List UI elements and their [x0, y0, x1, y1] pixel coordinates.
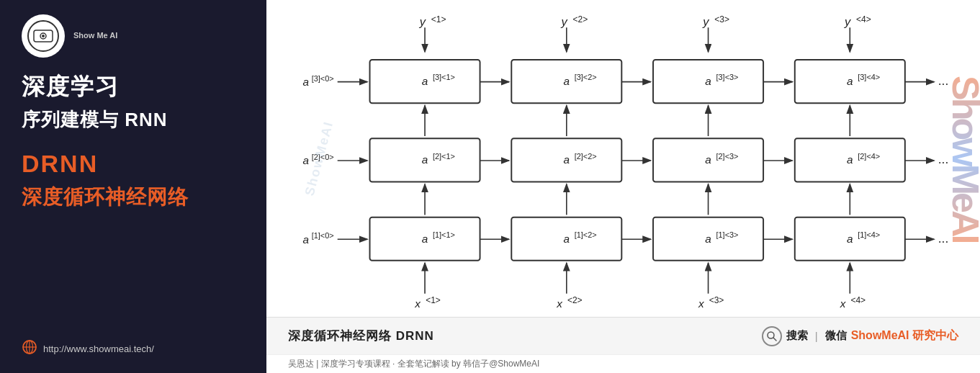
website-area: http://www.showmeai.tech/: [22, 339, 245, 359]
svg-text:<3>: <3>: [709, 295, 724, 305]
svg-text:[2]<0>: [2]<0>: [312, 153, 334, 161]
svg-text:a: a: [847, 233, 853, 245]
drnn-desc: 深度循环神经网络: [22, 184, 245, 211]
svg-text:[3]<1>: [3]<1>: [433, 73, 455, 81]
svg-text:<4>: <4>: [850, 295, 866, 305]
svg-text:<2>: <2>: [567, 295, 583, 305]
svg-text:<1>: <1>: [426, 295, 441, 305]
svg-text:a: a: [564, 233, 570, 245]
svg-text:a: a: [847, 153, 853, 166]
wechat-label: 微信: [825, 329, 847, 343]
logo-circle: [22, 14, 65, 58]
rnn-diagram: y <1> y <2> y <3> y <4> a [3]<0> a [3]<1: [281, 7, 966, 317]
search-icon[interactable]: [762, 326, 782, 346]
globe-icon: [22, 339, 37, 359]
svg-text:y: y: [560, 15, 568, 28]
svg-text:...: ...: [938, 231, 949, 246]
brand-label: ShowMeAI 研究中心: [851, 328, 958, 343]
svg-text:y: y: [419, 15, 427, 28]
right-panel: ShowMeAI ShowMeAI y <1> y <2> y <3> y <4…: [266, 0, 980, 373]
svg-text:a: a: [303, 233, 310, 246]
website-url[interactable]: http://www.showmeai.tech/: [43, 343, 154, 354]
svg-text:[2]<4>: [2]<4>: [858, 152, 880, 161]
svg-text:[3]<2>: [3]<2>: [575, 73, 597, 81]
svg-text:[2]<2>: [2]<2>: [575, 152, 597, 161]
svg-text:a: a: [705, 233, 711, 245]
svg-text:x: x: [556, 297, 563, 310]
svg-text:[3]<3>: [3]<3>: [716, 73, 738, 81]
svg-text:y: y: [702, 15, 710, 28]
svg-text:a: a: [303, 154, 310, 166]
svg-line-100: [773, 338, 776, 341]
svg-text:a: a: [422, 75, 428, 87]
svg-text:...: ...: [938, 152, 949, 166]
svg-text:<1>: <1>: [431, 14, 446, 24]
drnn-label: DRNN: [22, 150, 245, 178]
bottom-title: 深度循环神经网络 DRNN: [288, 328, 434, 344]
svg-text:<2>: <2>: [573, 14, 588, 24]
svg-text:[3]<0>: [3]<0>: [312, 74, 334, 83]
logo-area: Show Me AI: [22, 14, 245, 58]
sub-title: 序列建模与 RNN: [22, 107, 245, 132]
svg-point-2: [42, 35, 45, 37]
svg-text:[2]<1>: [2]<1>: [433, 152, 455, 161]
diagram-area: ShowMeAI ShowMeAI y <1> y <2> y <3> y <4…: [266, 0, 980, 317]
logo-inner: [27, 20, 59, 52]
svg-text:x: x: [698, 297, 705, 310]
svg-text:[1]<3>: [1]<3>: [716, 230, 738, 239]
svg-text:a: a: [422, 153, 428, 166]
svg-text:x: x: [414, 297, 421, 310]
svg-text:[1]<0>: [1]<0>: [312, 231, 334, 240]
svg-text:a: a: [564, 75, 570, 87]
svg-text:...: ...: [938, 73, 949, 88]
svg-text:<4>: <4>: [856, 14, 871, 24]
search-label: 搜索: [786, 329, 808, 343]
logo-label: Show Me AI: [73, 30, 117, 41]
divider: |: [815, 330, 818, 342]
bottom-right: 搜索 | 微信 ShowMeAI 研究中心: [762, 326, 958, 346]
svg-text:y: y: [844, 15, 852, 28]
svg-text:a: a: [564, 153, 570, 166]
svg-text:a: a: [705, 75, 711, 87]
svg-text:[3]<4>: [3]<4>: [858, 73, 880, 81]
svg-text:a: a: [422, 233, 428, 245]
svg-text:[1]<1>: [1]<1>: [433, 230, 455, 239]
svg-text:a: a: [705, 153, 711, 166]
bottom-bar: 深度循环神经网络 DRNN 搜索 | 微信 ShowMeAI 研究中心: [266, 317, 980, 354]
left-panel: Show Me AI 深度学习 序列建模与 RNN DRNN 深度循环神经网络 …: [0, 0, 266, 373]
svg-text:[2]<3>: [2]<3>: [716, 152, 738, 161]
svg-text:a: a: [303, 76, 310, 88]
svg-text:[1]<2>: [1]<2>: [575, 230, 597, 239]
svg-text:<3>: <3>: [714, 14, 729, 24]
svg-text:a: a: [847, 75, 853, 87]
main-title: 深度学习: [22, 72, 245, 102]
footer-note: 吴恩达 | 深度学习专项课程 · 全套笔记解读 by 韩信子@ShowMeAI: [266, 354, 980, 373]
svg-text:x: x: [840, 297, 847, 310]
svg-text:[1]<4>: [1]<4>: [858, 230, 880, 239]
